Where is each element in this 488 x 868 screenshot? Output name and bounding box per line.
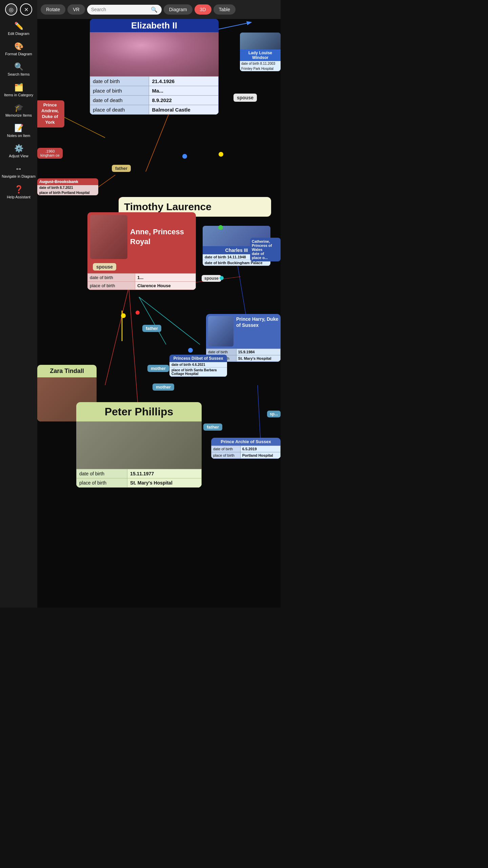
field-value: 8.9.2022 bbox=[149, 96, 219, 105]
node-catherine[interactable]: Catherine, Princess of Wales date of pla… bbox=[250, 238, 281, 261]
sidebar-item-help-assistant[interactable]: ❓ Help Assistant bbox=[0, 182, 37, 202]
svg-line-5 bbox=[139, 297, 200, 344]
field-key: date of birth bbox=[211, 446, 241, 452]
field-value: 1... bbox=[135, 274, 196, 282]
sidebar-item-label: Memorize Items bbox=[5, 113, 32, 118]
lady-louise-photo bbox=[240, 33, 281, 50]
diagram-canvas[interactable]: Elizabeth II date of birth 21.4.1926 pla… bbox=[37, 19, 281, 608]
field-value: St. Mary's Hospital bbox=[127, 478, 202, 488]
father-label-peter: father bbox=[203, 423, 222, 431]
field-value: Balmoral Castle bbox=[149, 105, 219, 115]
node-anne[interactable]: Anne, Princess Royal spouse date of birt… bbox=[87, 212, 196, 290]
node-lady-louise[interactable]: Lady Louise Windsor date of birth 8.11.2… bbox=[240, 33, 281, 71]
field-key: place of death bbox=[90, 105, 149, 115]
table-row: date of birth 1... bbox=[88, 274, 196, 282]
table-button[interactable]: Table bbox=[214, 4, 236, 15]
dot-yellow-1 bbox=[219, 152, 223, 157]
august-name: August-Brooksbank bbox=[37, 178, 98, 185]
spouse-label-2: spouse bbox=[202, 275, 221, 282]
notes-on-item-icon: 📝 bbox=[14, 124, 23, 133]
sidebar-item-search-items[interactable]: 🔍 Search Items bbox=[0, 60, 37, 79]
princess-diibet-dob: date of birth 4.6.2021 bbox=[169, 362, 227, 368]
sidebar-item-adjust-view[interactable]: ⚙️ Adjust View bbox=[0, 141, 37, 161]
sidebar-item-edit-diagram[interactable]: ✏️ Edit Diagram bbox=[0, 19, 37, 39]
format-diagram-icon: 🎨 bbox=[14, 42, 23, 51]
sidebar-item-navigate-diagram[interactable]: ↔️ Navigate in Diagram bbox=[0, 162, 37, 181]
field-value: 6.5.2019 bbox=[240, 446, 280, 452]
lady-louise-place: Frimley Park Hospital bbox=[240, 66, 281, 71]
anne-name-section: Anne, Princess Royal bbox=[87, 212, 196, 262]
items-in-category-icon: 🗂️ bbox=[14, 83, 23, 92]
archie-name: Prince Archie of Sussex bbox=[211, 438, 281, 446]
field-key: date of birth bbox=[77, 469, 127, 478]
catherine-place-partial: place o... bbox=[252, 256, 279, 260]
table-row: place of birth Portland Hospital bbox=[211, 452, 281, 459]
sidebar-item-label: Edit Diagram bbox=[8, 32, 29, 36]
node-andrew[interactable]: Prince Andrew, Duke of York bbox=[37, 100, 64, 127]
sidebar-item-label: Notes on Item bbox=[7, 134, 30, 138]
timothy-name: Timothy Laurence bbox=[124, 201, 266, 213]
search-input[interactable] bbox=[91, 7, 151, 12]
close-icon[interactable]: ✕ bbox=[20, 3, 32, 16]
harry-top-section: Prince Harry, Duke of Sussex bbox=[206, 314, 281, 349]
search-submit-button[interactable]: 🔍 bbox=[151, 6, 158, 13]
navigate-diagram-icon: ↔️ bbox=[15, 164, 22, 173]
field-value: Clarence House bbox=[135, 282, 196, 290]
edit-diagram-icon: ✏️ bbox=[14, 22, 23, 31]
sidebar-item-memorize-items[interactable]: 🎓 Memorize Items bbox=[0, 101, 37, 120]
sidebar-item-items-in-category[interactable]: 🗂️ Items in Category bbox=[0, 80, 37, 100]
sidebar-item-notes-on-item[interactable]: 📝 Notes on Item bbox=[0, 121, 37, 141]
node-peter[interactable]: Peter Phillips date of birth 15.11.1977 … bbox=[76, 402, 202, 488]
search-items-icon: 🔍 bbox=[14, 62, 23, 71]
elizabeth-photo bbox=[90, 32, 219, 76]
catherine-dob-partial: date of bbox=[252, 252, 279, 256]
3d-button[interactable]: 3D bbox=[195, 4, 211, 15]
august-place: place of birth Portland Hospital bbox=[37, 190, 98, 195]
adjust-view-icon: ⚙️ bbox=[14, 144, 23, 153]
node-princess-diibet[interactable]: Princess Diibet of Sussex date of birth … bbox=[169, 355, 227, 377]
dot-blue-2 bbox=[188, 348, 193, 353]
dot-red-1 bbox=[136, 311, 140, 315]
svg-line-4 bbox=[139, 297, 166, 344]
field-value: 15.11.1977 bbox=[127, 469, 202, 478]
node-elizabeth[interactable]: Elizabeth II date of birth 21.4.1926 pla… bbox=[90, 19, 219, 115]
table-row: date of death 8.9.2022 bbox=[90, 96, 219, 105]
field-value: Ma... bbox=[149, 86, 219, 96]
search-container: 🔍 bbox=[87, 5, 162, 15]
diagram-button[interactable]: Diagram bbox=[164, 4, 192, 15]
sidebar-item-label: Navigate in Diagram bbox=[2, 174, 36, 179]
field-key: date of birth bbox=[90, 77, 149, 86]
sidebar-item-label: Format Diagram bbox=[5, 52, 32, 56]
dot-teal-1 bbox=[220, 276, 224, 280]
anne-info-table: date of birth 1... place of birth Claren… bbox=[87, 273, 196, 290]
table-row: place of birth St. Mary's Hospital bbox=[77, 478, 202, 488]
catherine-name: Catherine, Princess of Wales bbox=[252, 239, 279, 252]
node-archie[interactable]: Prince Archie of Sussex date of birth 6.… bbox=[211, 438, 281, 459]
anne-spouse-badge: spouse bbox=[93, 263, 116, 271]
zara-name: Zara Tindall bbox=[37, 365, 97, 377]
field-key: date of birth bbox=[88, 274, 135, 282]
table-row: date of birth 15.11.1977 bbox=[77, 469, 202, 478]
table-row: place of death Balmoral Castle bbox=[90, 105, 219, 115]
rotate-button[interactable]: Rotate bbox=[41, 4, 65, 15]
sidebar-item-label: Search Items bbox=[8, 72, 30, 77]
sidebar-item-label: Adjust View bbox=[9, 154, 28, 158]
field-key: place of birth bbox=[211, 452, 241, 459]
sidebar-item-format-diagram[interactable]: 🎨 Format Diagram bbox=[0, 39, 37, 59]
node-balmoral-partial[interactable]: .1960 kingham ce bbox=[37, 148, 63, 159]
august-dob: date of birth 8.7.2021 bbox=[37, 185, 98, 190]
father-label-1: father bbox=[112, 165, 131, 172]
field-key: date of birth bbox=[206, 349, 237, 355]
dot-blue-1 bbox=[182, 154, 187, 159]
harry-name: Prince Harry, Duke of Sussex bbox=[236, 316, 279, 347]
target-icon[interactable]: ◎ bbox=[5, 3, 17, 16]
dot-green-1 bbox=[218, 225, 223, 230]
toolbar: Rotate VR 🔍 Diagram 3D Table bbox=[37, 0, 281, 19]
field-value: 15.9.1984 bbox=[236, 349, 280, 355]
field-value: 21.4.1926 bbox=[149, 77, 219, 86]
vr-button[interactable]: VR bbox=[67, 4, 85, 15]
mother-label-3: mother bbox=[152, 383, 174, 391]
node-august[interactable]: August-Brooksbank date of birth 8.7.2021… bbox=[37, 178, 98, 195]
table-row: date of birth 6.5.2019 bbox=[211, 446, 281, 452]
queen-photo-placeholder bbox=[90, 32, 219, 76]
